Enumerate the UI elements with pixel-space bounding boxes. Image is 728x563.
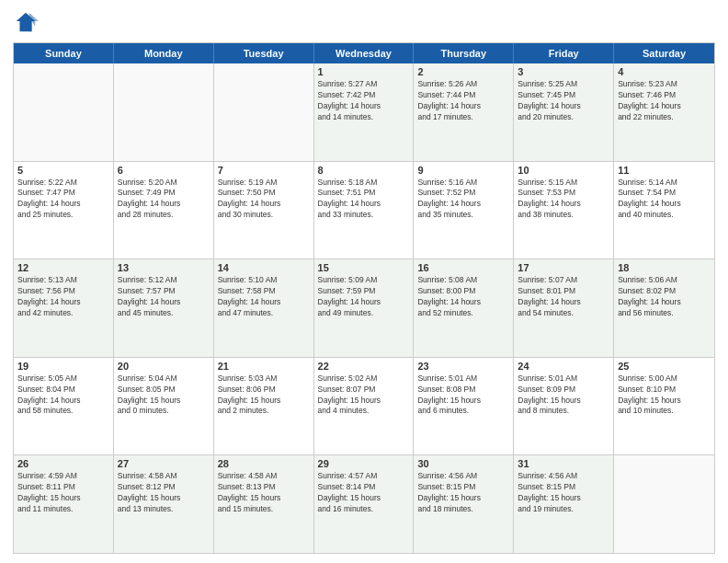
day-number: 4 — [618, 66, 711, 77]
week-row-5: 26Sunrise: 4:59 AM Sunset: 8:11 PM Dayli… — [14, 455, 714, 553]
empty-cell — [114, 63, 214, 161]
day-number: 13 — [118, 262, 210, 273]
day-number: 26 — [17, 458, 109, 469]
day-cell-21: 21Sunrise: 5:03 AM Sunset: 8:06 PM Dayli… — [214, 358, 314, 455]
day-cell-6: 6Sunrise: 5:20 AM Sunset: 7:49 PM Daylig… — [114, 162, 214, 259]
day-cell-13: 13Sunrise: 5:12 AM Sunset: 7:57 PM Dayli… — [114, 259, 214, 357]
day-number: 9 — [417, 165, 509, 176]
day-number: 3 — [518, 66, 609, 77]
header-cell-sunday: Sunday — [14, 43, 114, 63]
svg-marker-1 — [29, 13, 39, 32]
empty-cell — [14, 63, 114, 161]
day-info: Sunrise: 5:10 AM Sunset: 7:58 PM Dayligh… — [218, 275, 310, 319]
calendar-body: 1Sunrise: 5:27 AM Sunset: 7:42 PM Daylig… — [14, 63, 714, 553]
day-info: Sunrise: 4:58 AM Sunset: 8:13 PM Dayligh… — [218, 471, 310, 515]
day-number: 16 — [417, 262, 509, 273]
day-info: Sunrise: 5:23 AM Sunset: 7:46 PM Dayligh… — [618, 79, 711, 123]
day-cell-26: 26Sunrise: 4:59 AM Sunset: 8:11 PM Dayli… — [14, 455, 114, 553]
day-info: Sunrise: 5:19 AM Sunset: 7:50 PM Dayligh… — [218, 178, 310, 222]
calendar: SundayMondayTuesdayWednesdayThursdayFrid… — [13, 42, 715, 554]
empty-cell — [214, 63, 314, 161]
day-number: 19 — [17, 361, 109, 372]
day-number: 17 — [518, 262, 609, 273]
day-cell-31: 31Sunrise: 4:56 AM Sunset: 8:15 PM Dayli… — [514, 455, 614, 553]
day-cell-1: 1Sunrise: 5:27 AM Sunset: 7:42 PM Daylig… — [314, 63, 415, 161]
day-cell-4: 4Sunrise: 5:23 AM Sunset: 7:46 PM Daylig… — [614, 63, 714, 161]
day-info: Sunrise: 5:16 AM Sunset: 7:52 PM Dayligh… — [417, 178, 509, 222]
day-cell-29: 29Sunrise: 4:57 AM Sunset: 8:14 PM Dayli… — [314, 455, 415, 553]
page: SundayMondayTuesdayWednesdayThursdayFrid… — [0, 0, 728, 563]
day-info: Sunrise: 5:14 AM Sunset: 7:54 PM Dayligh… — [618, 178, 711, 222]
day-number: 22 — [318, 361, 410, 372]
day-cell-16: 16Sunrise: 5:08 AM Sunset: 8:00 PM Dayli… — [414, 259, 514, 357]
logo-icon — [13, 9, 39, 35]
day-info: Sunrise: 4:57 AM Sunset: 8:14 PM Dayligh… — [318, 471, 410, 515]
day-number: 8 — [318, 165, 410, 176]
day-number: 30 — [417, 458, 509, 469]
day-cell-11: 11Sunrise: 5:14 AM Sunset: 7:54 PM Dayli… — [614, 162, 714, 259]
day-number: 12 — [17, 262, 109, 273]
header-cell-saturday: Saturday — [614, 43, 714, 63]
day-cell-18: 18Sunrise: 5:06 AM Sunset: 8:02 PM Dayli… — [614, 259, 714, 357]
day-cell-14: 14Sunrise: 5:10 AM Sunset: 7:58 PM Dayli… — [214, 259, 314, 357]
logo — [13, 9, 42, 35]
day-number: 24 — [518, 361, 609, 372]
day-info: Sunrise: 4:58 AM Sunset: 8:12 PM Dayligh… — [118, 471, 210, 515]
day-number: 2 — [417, 66, 509, 77]
day-number: 29 — [318, 458, 410, 469]
day-info: Sunrise: 4:56 AM Sunset: 8:15 PM Dayligh… — [518, 471, 609, 515]
empty-cell — [614, 455, 714, 553]
week-row-3: 12Sunrise: 5:13 AM Sunset: 7:56 PM Dayli… — [14, 259, 714, 358]
day-number: 11 — [618, 165, 711, 176]
day-info: Sunrise: 5:22 AM Sunset: 7:47 PM Dayligh… — [17, 178, 109, 222]
day-info: Sunrise: 5:01 AM Sunset: 8:08 PM Dayligh… — [417, 373, 509, 418]
day-info: Sunrise: 5:27 AM Sunset: 7:42 PM Dayligh… — [318, 79, 410, 123]
day-number: 7 — [218, 165, 310, 176]
day-cell-12: 12Sunrise: 5:13 AM Sunset: 7:56 PM Dayli… — [14, 259, 114, 357]
day-info: Sunrise: 5:25 AM Sunset: 7:45 PM Dayligh… — [518, 79, 609, 123]
day-number: 27 — [118, 458, 210, 469]
day-number: 15 — [318, 262, 410, 273]
day-info: Sunrise: 5:03 AM Sunset: 8:06 PM Dayligh… — [218, 373, 310, 418]
week-row-2: 5Sunrise: 5:22 AM Sunset: 7:47 PM Daylig… — [14, 162, 714, 260]
day-info: Sunrise: 5:20 AM Sunset: 7:49 PM Dayligh… — [118, 178, 210, 222]
day-cell-20: 20Sunrise: 5:04 AM Sunset: 8:05 PM Dayli… — [114, 358, 214, 455]
day-info: Sunrise: 5:07 AM Sunset: 8:01 PM Dayligh… — [518, 275, 609, 319]
header-cell-thursday: Thursday — [414, 43, 514, 63]
day-info: Sunrise: 5:01 AM Sunset: 8:09 PM Dayligh… — [518, 373, 609, 418]
day-info: Sunrise: 5:06 AM Sunset: 8:02 PM Dayligh… — [618, 275, 711, 319]
day-info: Sunrise: 5:04 AM Sunset: 8:05 PM Dayligh… — [118, 373, 210, 418]
day-number: 21 — [218, 361, 310, 372]
day-cell-2: 2Sunrise: 5:26 AM Sunset: 7:44 PM Daylig… — [414, 63, 514, 161]
week-row-4: 19Sunrise: 5:05 AM Sunset: 8:04 PM Dayli… — [14, 358, 714, 456]
day-info: Sunrise: 5:18 AM Sunset: 7:51 PM Dayligh… — [318, 178, 410, 222]
day-cell-7: 7Sunrise: 5:19 AM Sunset: 7:50 PM Daylig… — [214, 162, 314, 259]
day-number: 5 — [17, 165, 109, 176]
day-cell-28: 28Sunrise: 4:58 AM Sunset: 8:13 PM Dayli… — [214, 455, 314, 553]
day-number: 14 — [218, 262, 310, 273]
day-cell-10: 10Sunrise: 5:15 AM Sunset: 7:53 PM Dayli… — [514, 162, 614, 259]
day-cell-8: 8Sunrise: 5:18 AM Sunset: 7:51 PM Daylig… — [314, 162, 415, 259]
day-cell-15: 15Sunrise: 5:09 AM Sunset: 7:59 PM Dayli… — [314, 259, 415, 357]
header — [13, 9, 715, 35]
day-cell-22: 22Sunrise: 5:02 AM Sunset: 8:07 PM Dayli… — [314, 358, 415, 455]
day-info: Sunrise: 5:08 AM Sunset: 8:00 PM Dayligh… — [417, 275, 509, 319]
day-info: Sunrise: 5:15 AM Sunset: 7:53 PM Dayligh… — [518, 178, 609, 222]
day-number: 1 — [318, 66, 410, 77]
day-cell-5: 5Sunrise: 5:22 AM Sunset: 7:47 PM Daylig… — [14, 162, 114, 259]
header-cell-wednesday: Wednesday — [314, 43, 415, 63]
week-row-1: 1Sunrise: 5:27 AM Sunset: 7:42 PM Daylig… — [14, 63, 714, 162]
day-info: Sunrise: 5:00 AM Sunset: 8:10 PM Dayligh… — [618, 373, 711, 418]
day-cell-3: 3Sunrise: 5:25 AM Sunset: 7:45 PM Daylig… — [514, 63, 614, 161]
header-cell-monday: Monday — [114, 43, 214, 63]
day-number: 28 — [218, 458, 310, 469]
day-number: 6 — [118, 165, 210, 176]
day-cell-24: 24Sunrise: 5:01 AM Sunset: 8:09 PM Dayli… — [514, 358, 614, 455]
day-cell-25: 25Sunrise: 5:00 AM Sunset: 8:10 PM Dayli… — [614, 358, 714, 455]
day-number: 18 — [618, 262, 711, 273]
day-number: 20 — [118, 361, 210, 372]
day-info: Sunrise: 5:26 AM Sunset: 7:44 PM Dayligh… — [417, 79, 509, 123]
day-cell-9: 9Sunrise: 5:16 AM Sunset: 7:52 PM Daylig… — [414, 162, 514, 259]
day-number: 10 — [518, 165, 609, 176]
day-info: Sunrise: 5:12 AM Sunset: 7:57 PM Dayligh… — [118, 275, 210, 319]
